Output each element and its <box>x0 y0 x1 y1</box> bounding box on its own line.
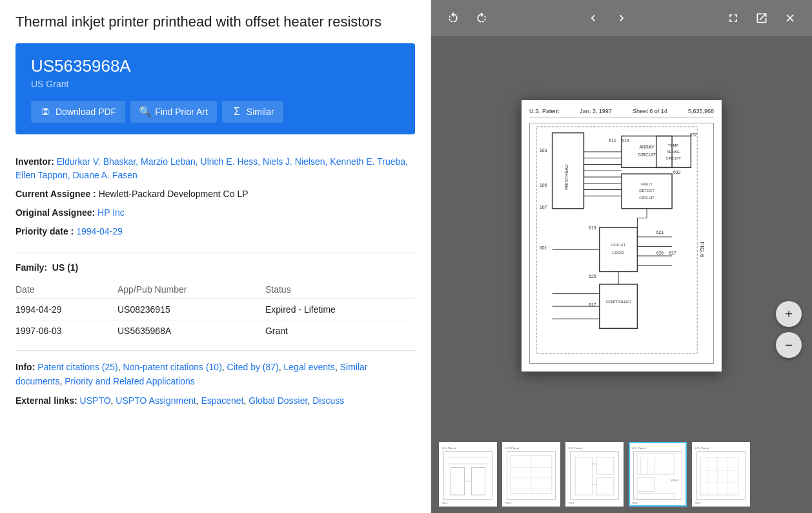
svg-text:625: 625 <box>589 274 596 278</box>
svg-text:637: 637 <box>689 132 697 137</box>
col-date: Date <box>15 280 117 299</box>
svg-text:FIG.5: FIG.5 <box>696 502 701 505</box>
external-link[interactable]: Espacenet <box>201 395 243 406</box>
metadata-section: Inventor: Eldurkar V. Bhaskar, Marzio Le… <box>15 146 415 253</box>
svg-text:LOGIC: LOGIC <box>613 251 624 255</box>
svg-text:613: 613 <box>622 138 629 143</box>
svg-rect-92 <box>693 443 748 505</box>
svg-text:U.S. Patent: U.S. Patent <box>505 446 520 450</box>
external-link[interactable]: USPTO Assignment <box>116 395 196 406</box>
original-assignee-link[interactable]: HP Inc <box>97 207 125 218</box>
svg-text:TEMP: TEMP <box>668 143 678 147</box>
patent-header: US5635968A US Grant 🗎 Download PDF 🔍 Fin… <box>15 43 415 134</box>
thumbnail-5[interactable]: U.S. Patent FIG.5 <box>692 442 750 507</box>
thumbnails-bar: U.S. Patent FIG.1 U.S. Patent <box>431 435 812 513</box>
svg-rect-30 <box>600 227 638 271</box>
download-pdf-button[interactable]: 🗎 Download PDF <box>31 101 125 123</box>
patent-document: U.S. Patent Jan. 3, 1997 Sheet 6 of 14 5… <box>522 100 722 372</box>
info-section: Info: Patent citations (25), Non-patent … <box>15 351 415 423</box>
svg-text:CONTROLLER: CONTROLLER <box>605 300 631 304</box>
left-panel: Thermal inkjet printer printhead with of… <box>0 0 431 513</box>
svg-text:FIG.6: FIG.6 <box>699 242 706 257</box>
svg-text:CRCUIT: CRCUIT <box>611 243 626 247</box>
svg-text:FAULT: FAULT <box>641 182 653 186</box>
family-title: Family: US (1) <box>15 262 415 273</box>
rotate-cw-button[interactable] <box>470 6 493 30</box>
svg-text:CIRCUIT: CIRCUIT <box>639 196 655 200</box>
current-assignee-row: Current Assignee : Hewlett-Packard Devel… <box>15 187 415 201</box>
right-panel: U.S. Patent Jan. 3, 1997 Sheet 6 of 14 5… <box>431 0 812 513</box>
original-assignee-row: Original Assignee: HP Inc <box>15 206 415 220</box>
svg-text:103: 103 <box>540 148 547 152</box>
toolbar-right-group <box>722 6 802 30</box>
svg-text:FIG.2: FIG.2 <box>506 502 511 505</box>
info-link[interactable]: Legal events <box>284 362 335 372</box>
svg-text:FIG.6: FIG.6 <box>671 479 678 482</box>
svg-text:U.S. Patent: U.S. Patent <box>695 446 709 450</box>
zoom-out-button[interactable]: − <box>776 332 802 358</box>
action-buttons: 🗎 Download PDF 🔍 Find Prior Art Σ Simila… <box>31 101 400 123</box>
viewer-main: U.S. Patent Jan. 3, 1997 Sheet 6 of 14 5… <box>431 36 812 435</box>
table-row: 1994-04-29US08236915Expired - Lifetime <box>15 298 415 320</box>
svg-text:U.S. Patent: U.S. Patent <box>568 446 583 450</box>
rotate-ccw-button[interactable] <box>442 6 465 30</box>
info-link[interactable]: Priority and Related Applications <box>65 376 195 386</box>
sigma-icon: Σ <box>231 106 243 118</box>
svg-text:621: 621 <box>656 230 664 235</box>
thumbnail-4[interactable]: U.S. Patent FIG.6 FIG.4 <box>629 442 687 507</box>
viewer-toolbar <box>431 0 812 36</box>
svg-text:PRINTHEAD: PRINTHEAD <box>564 164 569 190</box>
svg-text:DETECT: DETECT <box>639 189 655 193</box>
toolbar-left-group <box>442 6 493 30</box>
info-link[interactable]: Patent citations (25) <box>37 362 118 372</box>
thumbnail-1[interactable]: U.S. Patent FIG.1 <box>439 442 497 507</box>
svg-rect-54 <box>440 443 495 505</box>
thumbnail-2[interactable]: U.S. Patent FIG.2 <box>502 442 560 507</box>
svg-text:105: 105 <box>540 183 547 187</box>
svg-text:626: 626 <box>656 251 664 255</box>
svg-text:619: 619 <box>589 225 596 230</box>
external-links-row: External links: USPTO, USPTO Assignment,… <box>15 393 415 408</box>
thumbnail-3[interactable]: U.S. Patent FIG.3 <box>565 442 624 507</box>
next-page-button[interactable] <box>610 6 633 30</box>
patent-diagram: FIG.6 ARRAY CIRCUIT 611 613 PRINTHEAD TE… <box>529 123 714 364</box>
svg-text:U.S. Patent: U.S. Patent <box>631 446 646 450</box>
new-tab-button[interactable] <box>750 6 773 30</box>
svg-text:632: 632 <box>673 170 681 174</box>
col-status: Status <box>265 280 415 299</box>
priority-date-link[interactable]: 1994-04-29 <box>76 226 123 236</box>
info-link[interactable]: Non-patent citations (10) <box>123 362 222 372</box>
svg-text:CIRCUIT: CIRCUIT <box>638 152 656 157</box>
external-link[interactable]: USPTO <box>80 395 111 406</box>
svg-text:FIG.4: FIG.4 <box>633 502 638 505</box>
zoom-in-button[interactable]: + <box>776 301 802 327</box>
svg-text:ARRAY: ARRAY <box>640 145 655 149</box>
svg-text:FIG.1: FIG.1 <box>443 502 448 505</box>
page-title: Thermal inkjet printer printhead with of… <box>15 13 415 32</box>
fullscreen-button[interactable] <box>722 6 745 30</box>
prior-art-icon: 🔍 <box>139 106 151 118</box>
patent-number: US5635968A <box>31 56 400 76</box>
external-link[interactable]: Discuss <box>312 395 344 406</box>
close-button[interactable] <box>778 6 802 30</box>
zoom-controls: + − <box>776 301 802 358</box>
priority-date-row: Priority date : 1994-04-29 <box>15 225 415 238</box>
svg-text:CIRCUIT: CIRCUIT <box>665 156 681 160</box>
toolbar-nav-group <box>582 6 633 30</box>
external-link[interactable]: Global Dossier <box>249 395 307 406</box>
circuit-diagram: FIG.6 ARRAY CIRCUIT 611 613 PRINTHEAD TE… <box>530 123 713 363</box>
download-icon: 🗎 <box>40 106 52 118</box>
family-section: Family: US (1) Date App/Pub Number Statu… <box>15 253 415 351</box>
svg-text:627: 627 <box>669 251 676 255</box>
find-prior-art-button[interactable]: 🔍 Find Prior Art <box>130 101 217 123</box>
inventors-link[interactable]: Eldurkar V. Bhaskar, Marzio Leban, Ulric… <box>15 156 408 180</box>
svg-text:611: 611 <box>609 138 616 143</box>
info-link[interactable]: Cited by (87) <box>227 362 279 372</box>
col-number: App/Pub Number <box>117 280 265 299</box>
svg-text:SENSE: SENSE <box>667 150 680 154</box>
patent-type: US Grant <box>31 79 400 89</box>
inventor-row: Inventor: Eldurkar V. Bhaskar, Marzio Le… <box>15 155 415 182</box>
prev-page-button[interactable] <box>582 6 605 30</box>
similar-button[interactable]: Σ Similar <box>222 101 283 123</box>
svg-text:107: 107 <box>540 205 547 209</box>
